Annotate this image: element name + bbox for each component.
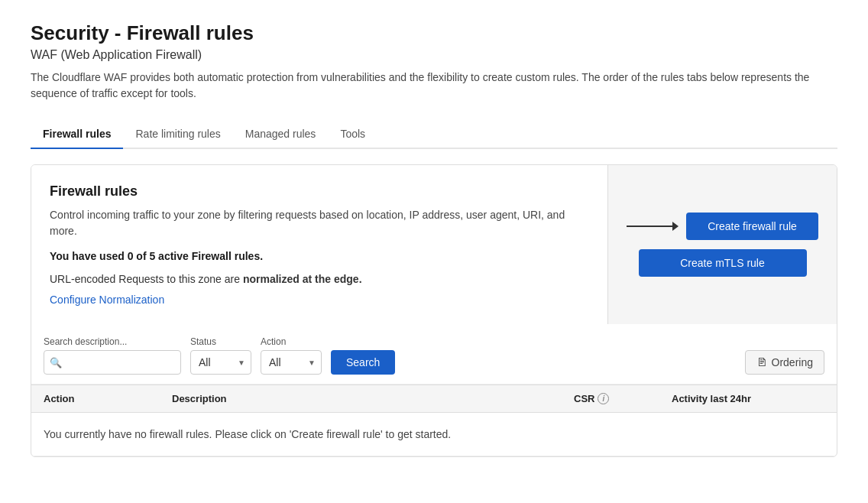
card-section-title: Firewall rules	[50, 183, 589, 200]
normalization-text: URL-encoded Requests to this zone are no…	[50, 271, 589, 287]
col-description: Description	[172, 393, 568, 404]
action-label: Action	[261, 336, 322, 347]
normalization-before: URL-encoded Requests to this zone are	[50, 273, 243, 285]
col-activity: Activity last 24hr	[672, 393, 824, 404]
tab-firewall-rules[interactable]: Firewall rules	[31, 120, 123, 149]
usage-text: You have used 0 of 5 active Firewall rul…	[50, 250, 589, 262]
search-group: Search description... 🔍	[44, 336, 181, 375]
configure-normalization-link[interactable]: Configure Normalization	[50, 294, 589, 306]
filters-container: Search description... 🔍 Status All Enabl…	[31, 324, 837, 456]
action-select-wrapper: All Block Challenge Allow Log ▼	[261, 350, 322, 375]
page-title: Security - Firewall rules	[31, 21, 837, 45]
create-firewall-row: Create firewall rule	[627, 213, 818, 240]
create-mtls-rule-button[interactable]: Create mTLS rule	[639, 249, 807, 277]
search-wrapper: 🔍	[44, 350, 181, 375]
status-group: Status All Enabled Disabled ▼	[190, 336, 251, 375]
page-description: The Cloudflare WAF provides both automat…	[31, 70, 837, 102]
card-left: Firewall rules Control incoming traffic …	[31, 165, 607, 324]
search-button[interactable]: Search	[331, 350, 395, 375]
create-firewall-rule-button[interactable]: Create firewall rule	[686, 213, 818, 240]
ordering-button[interactable]: 🖹 Ordering	[745, 350, 824, 375]
tab-managed-rules[interactable]: Managed rules	[233, 120, 329, 149]
tabs-nav: Firewall rules Rate limiting rules Manag…	[31, 120, 837, 149]
csr-info-icon[interactable]: i	[598, 393, 609, 404]
page-container: Security - Firewall rules WAF (Web Appli…	[0, 0, 868, 494]
search-icon: 🔍	[50, 357, 62, 368]
status-select[interactable]: All Enabled Disabled	[190, 350, 251, 375]
firewall-card: Firewall rules Control incoming traffic …	[31, 164, 837, 457]
search-label: Search description...	[44, 336, 181, 347]
filters-bar: Search description... 🔍 Status All Enabl…	[31, 324, 837, 385]
search-input[interactable]	[44, 350, 181, 375]
ordering-label: Ordering	[772, 356, 813, 368]
table-header: Action Description CSR i Activity last 2…	[31, 385, 837, 413]
action-group: Action All Block Challenge Allow Log ▼	[261, 336, 322, 375]
col-action: Action	[44, 393, 166, 404]
arrow-icon	[627, 222, 679, 231]
card-right: Create firewall rule Create mTLS rule	[607, 165, 837, 324]
page-subtitle: WAF (Web Application Firewall)	[31, 48, 837, 62]
normalization-bold: normalized at the edge.	[243, 273, 362, 285]
card-body: Firewall rules Control incoming traffic …	[31, 165, 837, 324]
status-select-wrapper: All Enabled Disabled ▼	[190, 350, 251, 375]
table-empty-message: You currently have no firewall rules. Pl…	[31, 413, 837, 456]
ordering-icon: 🖹	[756, 356, 767, 368]
tab-tools[interactable]: Tools	[328, 120, 377, 149]
tab-rate-limiting-rules[interactable]: Rate limiting rules	[123, 120, 232, 149]
action-select[interactable]: All Block Challenge Allow Log	[261, 350, 322, 375]
card-description: Control incoming traffic to your zone by…	[50, 207, 589, 239]
status-label: Status	[190, 336, 251, 347]
col-csr: CSR i	[574, 393, 666, 404]
